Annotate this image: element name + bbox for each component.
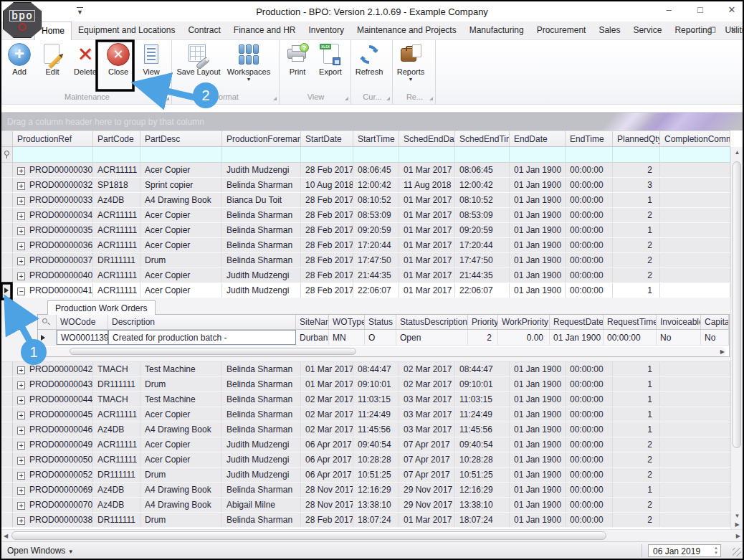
grid-cell[interactable]: 00:00:00: [566, 283, 613, 298]
grid-cell[interactable]: 2: [613, 452, 660, 467]
grid-cell[interactable]: Drum: [140, 253, 222, 267]
detail-column-header-requestdate[interactable]: RequestDate: [550, 315, 604, 329]
grid-cell[interactable]: 01 Mar 2017: [399, 238, 455, 252]
row-indicator-cell[interactable]: [1, 498, 13, 512]
grid-cell[interactable]: 01 Mar 2017: [399, 223, 455, 237]
grid-cell[interactable]: +PROD00000036: [13, 238, 93, 252]
table-row[interactable]: +PROD00000037DR111111DrumBelinda Sharman…: [1, 253, 730, 268]
bpo-logo-icon[interactable]: bpo: [3, 2, 42, 38]
grid-cell[interactable]: 28 Feb 2017: [301, 223, 353, 237]
row-indicator-cell[interactable]: [1, 268, 13, 283]
grid-cell[interactable]: 00:00:00: [566, 362, 613, 376]
grid-cell[interactable]: 02 Mar 2017: [399, 362, 455, 376]
grid-cell[interactable]: 1: [613, 483, 660, 497]
expand-expand-icon[interactable]: +: [17, 457, 25, 465]
expand-expand-icon[interactable]: +: [17, 381, 25, 389]
grid-cell[interactable]: 00:00:00: [566, 268, 613, 283]
grid-cell[interactable]: 22:06:07: [353, 283, 399, 298]
grid-cell[interactable]: +PROD00000046: [13, 422, 93, 437]
grid-cell[interactable]: 09:40:54: [353, 437, 399, 452]
tab-service[interactable]: Service: [626, 22, 668, 40]
scroll-up-icon[interactable]: ▲: [731, 149, 743, 156]
grid-cell[interactable]: 03 Mar 2017: [399, 392, 455, 407]
grid-cell[interactable]: Acer Copier: [140, 268, 222, 283]
grid-cell[interactable]: DR111111: [93, 468, 140, 482]
grid-cell[interactable]: Abigail Milne: [222, 498, 301, 512]
table-row[interactable]: +PROD00000045ACR11111Acer CopierBelinda …: [1, 407, 730, 422]
grid-cell[interactable]: Belinda Sharman: [222, 362, 301, 376]
tab-contract[interactable]: Contract: [181, 22, 226, 40]
grid-cell[interactable]: +PROD00000069: [13, 483, 93, 497]
scroll-down-icon[interactable]: ▼: [731, 513, 743, 519]
tab-procurement[interactable]: Procurement: [530, 22, 593, 40]
filter-cell-startdate[interactable]: [301, 147, 353, 162]
grid-cell[interactable]: 00:00:00: [566, 163, 613, 177]
grid-cell[interactable]: +PROD00000033: [13, 193, 93, 207]
save-layout-button[interactable]: Save Layout: [173, 42, 224, 89]
grid-cell[interactable]: Belinda Sharman: [222, 407, 301, 422]
column-header-starttime[interactable]: StartTime: [353, 131, 399, 146]
filter-cell-starttime[interactable]: [353, 147, 399, 162]
detail-grid-cell[interactable]: 01 Jan 1900: [550, 330, 604, 345]
grid-cell[interactable]: 01 Jan 1900: [510, 483, 566, 497]
grid-cell[interactable]: Bianca Du Toit: [222, 193, 301, 207]
spin-up-icon[interactable]: ▲: [714, 546, 718, 551]
add-button[interactable]: Add: [3, 42, 36, 89]
detail-grid-cell[interactable]: Created for production batch -: [108, 330, 296, 345]
tab-equipment-and-locations[interactable]: Equipment and Locations: [72, 22, 181, 40]
detail-column-header-priority[interactable]: Priority: [468, 315, 498, 329]
column-header-productionforeman[interactable]: ProductionForeman: [222, 131, 301, 146]
grid-cell[interactable]: [660, 163, 730, 177]
grid-cell[interactable]: 28 Feb 2017: [301, 268, 353, 283]
grid-cell[interactable]: 2: [613, 468, 660, 482]
grid-cell[interactable]: 08:06:45: [353, 163, 399, 177]
filter-cell-schedenddate[interactable]: [399, 147, 455, 162]
grid-cell[interactable]: 08:44:47: [455, 362, 510, 376]
grid-cell[interactable]: DR111111: [93, 253, 140, 267]
table-row[interactable]: +PROD00000036ACR11111Acer CopierBelinda …: [1, 238, 730, 253]
grid-cell[interactable]: Drum: [140, 377, 222, 391]
grid-cell[interactable]: 28 Feb 2017: [301, 238, 353, 252]
grid-cell[interactable]: Judith Mudzengi: [222, 268, 301, 283]
grid-cell[interactable]: 01 Jan 1900: [510, 253, 566, 267]
table-row[interactable]: +PROD00000052DR111111DrumJudith Mudzengi…: [1, 468, 730, 483]
column-header-completioncomments[interactable]: CompletionComments: [660, 131, 730, 146]
grid-cell[interactable]: +PROD00000035: [13, 223, 93, 237]
row-indicator-cell[interactable]: [1, 362, 13, 376]
mdi-restore-icon[interactable]: ❐: [709, 26, 716, 35]
grid-cell[interactable]: 00:00:00: [566, 513, 613, 527]
grid-cell[interactable]: [660, 483, 730, 497]
grid-cell[interactable]: ACR11111: [93, 283, 140, 298]
detail-column-header-wocode[interactable]: WOCode: [57, 315, 108, 329]
grid-cell[interactable]: 2: [613, 253, 660, 267]
detail-column-header-description[interactable]: Description: [108, 315, 296, 329]
table-row[interactable]: +PROD00000043DR111111DrumBelinda Sharman…: [1, 377, 730, 392]
grid-cell[interactable]: 01 Jan 1900: [510, 193, 566, 207]
row-indicator-cell[interactable]: [1, 513, 13, 527]
grid-cell[interactable]: 01 Jan 1900: [510, 268, 566, 283]
column-header-schedenddate[interactable]: SchedEndDate: [399, 131, 455, 146]
grid-cell[interactable]: [660, 392, 730, 407]
grid-cell[interactable]: 11 Aug 2018: [399, 178, 455, 192]
detail-grid-cell[interactable]: O: [365, 330, 396, 345]
column-header-startdate[interactable]: StartDate: [301, 131, 353, 146]
grid-cell[interactable]: 13:38:10: [455, 498, 510, 512]
grid-cell[interactable]: +PROD00000052: [13, 468, 93, 482]
grid-cell[interactable]: SP1818: [93, 178, 140, 192]
grid-cell[interactable]: 01 Mar 2017: [399, 253, 455, 267]
grid-cell[interactable]: 17:20:44: [455, 238, 510, 252]
date-field[interactable]: 06 Jan 2019 ▲▼: [648, 544, 721, 557]
grid-cell[interactable]: 01 Mar 2017: [301, 377, 353, 391]
grid-cell[interactable]: 01 Mar 2017: [301, 362, 353, 376]
grid-cell[interactable]: 08:06:45: [455, 163, 510, 177]
grid-cell[interactable]: 11:03:15: [353, 392, 399, 407]
table-row[interactable]: +PROD00000069Az4DBA4 Drawing BookBelinda…: [1, 483, 730, 498]
grid-cell[interactable]: Belinda Sharman: [222, 513, 301, 527]
row-indicator-cell[interactable]: [1, 178, 13, 192]
column-header-endtime[interactable]: EndTime: [566, 131, 613, 146]
grid-cell[interactable]: 01 Jan 1900: [510, 362, 566, 376]
grid-cell[interactable]: 01 Jan 1900: [510, 392, 566, 407]
grid-cell[interactable]: Test Machine: [140, 362, 222, 376]
detail-column-header-invoiceable[interactable]: Invoiceable: [657, 315, 701, 329]
dialog-launcher-icon[interactable]: [386, 97, 390, 100]
